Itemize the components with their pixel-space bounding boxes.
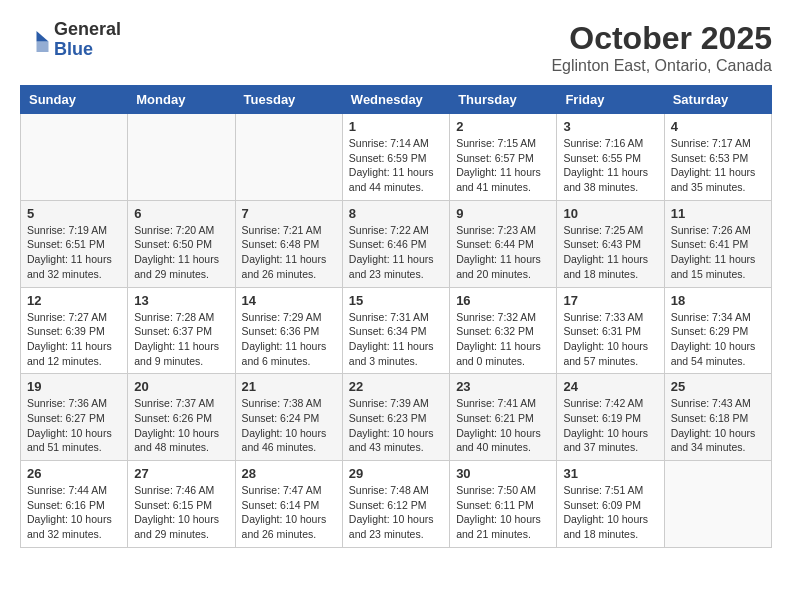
- day-cell-5: 5Sunrise: 7:19 AM Sunset: 6:51 PM Daylig…: [21, 200, 128, 287]
- day-info: Sunrise: 7:43 AM Sunset: 6:18 PM Dayligh…: [671, 396, 765, 455]
- week-row-1: 1Sunrise: 7:14 AM Sunset: 6:59 PM Daylig…: [21, 114, 772, 201]
- day-info: Sunrise: 7:36 AM Sunset: 6:27 PM Dayligh…: [27, 396, 121, 455]
- day-number: 23: [456, 379, 550, 394]
- day-cell-18: 18Sunrise: 7:34 AM Sunset: 6:29 PM Dayli…: [664, 287, 771, 374]
- logo-icon: [20, 25, 50, 55]
- day-number: 5: [27, 206, 121, 221]
- day-number: 20: [134, 379, 228, 394]
- day-cell-12: 12Sunrise: 7:27 AM Sunset: 6:39 PM Dayli…: [21, 287, 128, 374]
- day-number: 18: [671, 293, 765, 308]
- location: Eglinton East, Ontario, Canada: [551, 57, 772, 75]
- weekday-header-row: SundayMondayTuesdayWednesdayThursdayFrid…: [21, 86, 772, 114]
- day-cell-13: 13Sunrise: 7:28 AM Sunset: 6:37 PM Dayli…: [128, 287, 235, 374]
- day-number: 16: [456, 293, 550, 308]
- day-cell-7: 7Sunrise: 7:21 AM Sunset: 6:48 PM Daylig…: [235, 200, 342, 287]
- day-info: Sunrise: 7:42 AM Sunset: 6:19 PM Dayligh…: [563, 396, 657, 455]
- calendar-body: 1Sunrise: 7:14 AM Sunset: 6:59 PM Daylig…: [21, 114, 772, 548]
- day-number: 24: [563, 379, 657, 394]
- day-number: 3: [563, 119, 657, 134]
- day-cell-8: 8Sunrise: 7:22 AM Sunset: 6:46 PM Daylig…: [342, 200, 449, 287]
- weekday-saturday: Saturday: [664, 86, 771, 114]
- day-number: 26: [27, 466, 121, 481]
- day-info: Sunrise: 7:16 AM Sunset: 6:55 PM Dayligh…: [563, 136, 657, 195]
- day-number: 7: [242, 206, 336, 221]
- day-info: Sunrise: 7:21 AM Sunset: 6:48 PM Dayligh…: [242, 223, 336, 282]
- week-row-5: 26Sunrise: 7:44 AM Sunset: 6:16 PM Dayli…: [21, 461, 772, 548]
- day-number: 25: [671, 379, 765, 394]
- day-info: Sunrise: 7:34 AM Sunset: 6:29 PM Dayligh…: [671, 310, 765, 369]
- day-info: Sunrise: 7:46 AM Sunset: 6:15 PM Dayligh…: [134, 483, 228, 542]
- day-number: 8: [349, 206, 443, 221]
- day-info: Sunrise: 7:39 AM Sunset: 6:23 PM Dayligh…: [349, 396, 443, 455]
- day-number: 21: [242, 379, 336, 394]
- day-cell-23: 23Sunrise: 7:41 AM Sunset: 6:21 PM Dayli…: [450, 374, 557, 461]
- week-row-2: 5Sunrise: 7:19 AM Sunset: 6:51 PM Daylig…: [21, 200, 772, 287]
- day-cell-29: 29Sunrise: 7:48 AM Sunset: 6:12 PM Dayli…: [342, 461, 449, 548]
- day-cell-21: 21Sunrise: 7:38 AM Sunset: 6:24 PM Dayli…: [235, 374, 342, 461]
- day-cell-25: 25Sunrise: 7:43 AM Sunset: 6:18 PM Dayli…: [664, 374, 771, 461]
- day-number: 28: [242, 466, 336, 481]
- day-info: Sunrise: 7:41 AM Sunset: 6:21 PM Dayligh…: [456, 396, 550, 455]
- day-info: Sunrise: 7:28 AM Sunset: 6:37 PM Dayligh…: [134, 310, 228, 369]
- day-cell-28: 28Sunrise: 7:47 AM Sunset: 6:14 PM Dayli…: [235, 461, 342, 548]
- day-cell-2: 2Sunrise: 7:15 AM Sunset: 6:57 PM Daylig…: [450, 114, 557, 201]
- day-cell-26: 26Sunrise: 7:44 AM Sunset: 6:16 PM Dayli…: [21, 461, 128, 548]
- logo-text: General Blue: [54, 20, 121, 60]
- day-info: Sunrise: 7:23 AM Sunset: 6:44 PM Dayligh…: [456, 223, 550, 282]
- day-info: Sunrise: 7:20 AM Sunset: 6:50 PM Dayligh…: [134, 223, 228, 282]
- day-cell-11: 11Sunrise: 7:26 AM Sunset: 6:41 PM Dayli…: [664, 200, 771, 287]
- weekday-wednesday: Wednesday: [342, 86, 449, 114]
- day-info: Sunrise: 7:22 AM Sunset: 6:46 PM Dayligh…: [349, 223, 443, 282]
- day-number: 9: [456, 206, 550, 221]
- day-info: Sunrise: 7:48 AM Sunset: 6:12 PM Dayligh…: [349, 483, 443, 542]
- day-number: 11: [671, 206, 765, 221]
- empty-cell: [235, 114, 342, 201]
- day-info: Sunrise: 7:26 AM Sunset: 6:41 PM Dayligh…: [671, 223, 765, 282]
- day-cell-16: 16Sunrise: 7:32 AM Sunset: 6:32 PM Dayli…: [450, 287, 557, 374]
- day-number: 12: [27, 293, 121, 308]
- title-section: October 2025 Eglinton East, Ontario, Can…: [551, 20, 772, 75]
- day-cell-9: 9Sunrise: 7:23 AM Sunset: 6:44 PM Daylig…: [450, 200, 557, 287]
- day-cell-4: 4Sunrise: 7:17 AM Sunset: 6:53 PM Daylig…: [664, 114, 771, 201]
- day-cell-27: 27Sunrise: 7:46 AM Sunset: 6:15 PM Dayli…: [128, 461, 235, 548]
- day-number: 1: [349, 119, 443, 134]
- day-cell-30: 30Sunrise: 7:50 AM Sunset: 6:11 PM Dayli…: [450, 461, 557, 548]
- week-row-3: 12Sunrise: 7:27 AM Sunset: 6:39 PM Dayli…: [21, 287, 772, 374]
- day-number: 30: [456, 466, 550, 481]
- day-info: Sunrise: 7:19 AM Sunset: 6:51 PM Dayligh…: [27, 223, 121, 282]
- weekday-friday: Friday: [557, 86, 664, 114]
- day-number: 6: [134, 206, 228, 221]
- day-info: Sunrise: 7:38 AM Sunset: 6:24 PM Dayligh…: [242, 396, 336, 455]
- day-cell-15: 15Sunrise: 7:31 AM Sunset: 6:34 PM Dayli…: [342, 287, 449, 374]
- day-info: Sunrise: 7:14 AM Sunset: 6:59 PM Dayligh…: [349, 136, 443, 195]
- day-number: 22: [349, 379, 443, 394]
- day-cell-1: 1Sunrise: 7:14 AM Sunset: 6:59 PM Daylig…: [342, 114, 449, 201]
- day-cell-20: 20Sunrise: 7:37 AM Sunset: 6:26 PM Dayli…: [128, 374, 235, 461]
- day-number: 27: [134, 466, 228, 481]
- calendar-table: SundayMondayTuesdayWednesdayThursdayFrid…: [20, 85, 772, 548]
- day-number: 29: [349, 466, 443, 481]
- weekday-monday: Monday: [128, 86, 235, 114]
- day-number: 13: [134, 293, 228, 308]
- svg-marker-0: [37, 31, 49, 42]
- day-info: Sunrise: 7:44 AM Sunset: 6:16 PM Dayligh…: [27, 483, 121, 542]
- day-info: Sunrise: 7:47 AM Sunset: 6:14 PM Dayligh…: [242, 483, 336, 542]
- weekday-tuesday: Tuesday: [235, 86, 342, 114]
- day-number: 17: [563, 293, 657, 308]
- day-cell-22: 22Sunrise: 7:39 AM Sunset: 6:23 PM Dayli…: [342, 374, 449, 461]
- day-number: 10: [563, 206, 657, 221]
- day-info: Sunrise: 7:50 AM Sunset: 6:11 PM Dayligh…: [456, 483, 550, 542]
- day-cell-14: 14Sunrise: 7:29 AM Sunset: 6:36 PM Dayli…: [235, 287, 342, 374]
- day-info: Sunrise: 7:25 AM Sunset: 6:43 PM Dayligh…: [563, 223, 657, 282]
- empty-cell: [664, 461, 771, 548]
- month-title: October 2025: [551, 20, 772, 57]
- day-info: Sunrise: 7:37 AM Sunset: 6:26 PM Dayligh…: [134, 396, 228, 455]
- day-cell-19: 19Sunrise: 7:36 AM Sunset: 6:27 PM Dayli…: [21, 374, 128, 461]
- weekday-sunday: Sunday: [21, 86, 128, 114]
- day-cell-17: 17Sunrise: 7:33 AM Sunset: 6:31 PM Dayli…: [557, 287, 664, 374]
- day-info: Sunrise: 7:15 AM Sunset: 6:57 PM Dayligh…: [456, 136, 550, 195]
- day-info: Sunrise: 7:17 AM Sunset: 6:53 PM Dayligh…: [671, 136, 765, 195]
- day-cell-3: 3Sunrise: 7:16 AM Sunset: 6:55 PM Daylig…: [557, 114, 664, 201]
- week-row-4: 19Sunrise: 7:36 AM Sunset: 6:27 PM Dayli…: [21, 374, 772, 461]
- svg-marker-1: [37, 41, 49, 52]
